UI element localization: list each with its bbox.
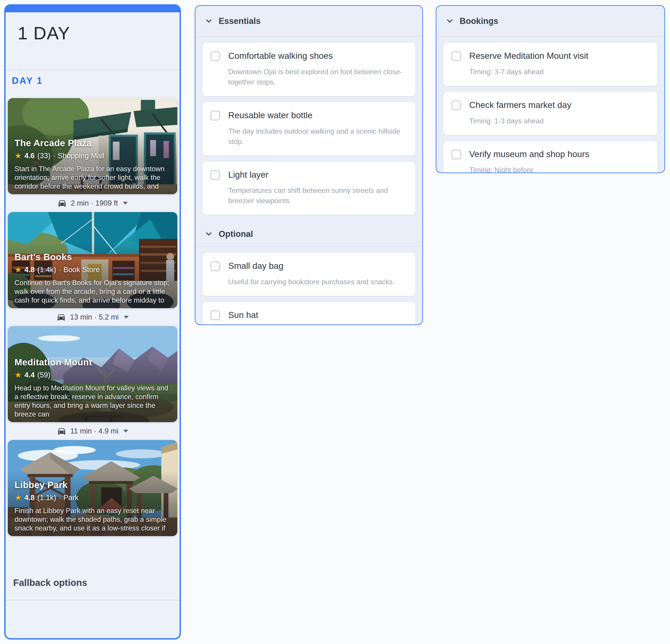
stop-category: · Book Store <box>59 265 100 274</box>
stop-description: Finish at Libbey Park with an easy reset… <box>14 507 172 533</box>
bookings-panel: Bookings Reserve Meditation Mount visit … <box>436 5 665 173</box>
checklist-item: Comfortable walking shoes Downtown Ojai … <box>202 43 415 96</box>
divider <box>5 600 179 601</box>
rating-value: 4.8 <box>24 265 35 274</box>
stop-name: Bart's Books <box>14 252 172 262</box>
item-title: Verify museum and shop hours <box>469 149 589 160</box>
item-note: Useful for carrying bookstore purchases … <box>228 277 407 287</box>
item-checkbox[interactable] <box>451 149 461 159</box>
item-note: The day includes outdoor walking and a s… <box>228 126 407 147</box>
item-checkbox[interactable] <box>210 170 220 180</box>
section-header-optional[interactable]: Optional <box>196 222 422 246</box>
item-checkbox[interactable] <box>210 51 220 61</box>
rating-value: 4.8 <box>24 494 35 502</box>
review-count: (59) <box>37 371 51 379</box>
item-checkbox[interactable] <box>451 51 461 61</box>
stop-description: Start in The Arcade Plaza for an easy do… <box>14 165 172 190</box>
itinerary-panel: 1 DAY DAY 1 <box>4 4 181 640</box>
review-count: (1.4k) <box>37 265 56 274</box>
stop-category: · Shopping Mall <box>53 152 104 160</box>
caret-down-icon <box>123 430 128 433</box>
car-icon <box>56 312 66 322</box>
stop-description: Continue to Bart's Books for Ojai's sign… <box>14 278 172 305</box>
stop-rating: ★ 4.4 (59) <box>14 371 172 379</box>
travel-leg[interactable]: 13 min · 5.2 mi <box>5 308 179 326</box>
item-checkbox[interactable] <box>210 311 220 320</box>
item-note: Temperatures can shift between sunny str… <box>228 185 407 206</box>
item-checkbox[interactable] <box>210 261 220 271</box>
item-title: Light layer <box>228 170 268 180</box>
item-title: Comfortable walking shoes <box>228 51 333 61</box>
star-icon: ★ <box>14 152 22 160</box>
booking-item: Reserve Meditation Mount visit Timing: 3… <box>443 43 657 86</box>
star-icon: ★ <box>14 371 22 379</box>
rating-value: 4.4 <box>24 371 35 379</box>
item-title: Sun hat <box>228 310 258 320</box>
bookings-items: Reserve Meditation Mount visit Timing: 3… <box>437 37 665 173</box>
chevron-down-icon <box>445 16 454 25</box>
star-icon: ★ <box>14 266 22 274</box>
stop-rating: ★ 4.6 (33) · Shopping Mall <box>14 152 172 160</box>
checklist-item: Sun hat Helpful on open paths and bright… <box>202 302 415 325</box>
item-title: Reusable water bottle <box>228 110 312 121</box>
review-count: (1.1k) <box>37 494 56 502</box>
item-note: Downtown Ojai is best explored on foot b… <box>228 67 407 87</box>
stop-name: Libbey Park <box>14 480 172 490</box>
stop-rating: ★ 4.8 (1.4k) · Book Store <box>14 265 172 274</box>
booking-item: Verify museum and shop hours Timing: Nig… <box>443 141 657 173</box>
stop-category: · Park <box>59 494 79 502</box>
section-title: Essentials <box>219 16 260 26</box>
item-timing: Timing: Night before <box>469 165 649 173</box>
stop-card-meditation-mount[interactable]: Meditation Mount ★ 4.4 (59) Head up to M… <box>8 326 177 422</box>
checklist-item: Small day bag Useful for carrying bookst… <box>202 253 415 296</box>
section-header-essentials[interactable]: Essentials <box>196 6 422 36</box>
itinerary-accent-bar <box>5 5 179 12</box>
section-title: Bookings <box>460 16 498 26</box>
checklist-panel: Essentials Comfortable walking shoes Dow… <box>195 5 423 325</box>
chevron-down-icon <box>204 229 213 238</box>
essentials-items: Comfortable walking shoes Downtown Ojai … <box>196 37 422 222</box>
booking-item: Check farmers market day Timing: 1-3 day… <box>443 92 657 135</box>
item-title: Small day bag <box>228 261 283 271</box>
caret-down-icon <box>124 316 129 319</box>
stop-card-libbey-park[interactable]: Libbey Park ★ 4.8 (1.1k) · Park Finish a… <box>8 440 177 536</box>
stop-card-barts-books[interactable]: Bart's Books ★ 4.8 (1.4k) · Book Store C… <box>8 212 177 308</box>
car-icon <box>57 426 66 436</box>
caret-down-icon <box>123 202 128 205</box>
section-title: Optional <box>219 229 253 239</box>
stop-card-arcade-plaza[interactable]: The Arcade Plaza ★ 4.6 (33) · Shopping M… <box>8 98 177 194</box>
itinerary-header: 1 DAY <box>5 12 179 70</box>
stop-overlay: Libbey Park ★ 4.8 (1.1k) · Park Finish a… <box>14 480 172 533</box>
item-checkbox[interactable] <box>210 110 220 120</box>
optional-items: Small day bag Useful for carrying bookst… <box>196 247 422 325</box>
stop-name: The Arcade Plaza <box>14 138 172 148</box>
star-icon: ★ <box>14 494 22 502</box>
stop-name: Meditation Mount <box>14 357 172 368</box>
stop-overlay: Meditation Mount ★ 4.4 (59) Head up to M… <box>14 357 172 419</box>
day-label: DAY 1 <box>12 75 179 86</box>
itinerary-title: 1 DAY <box>18 23 179 43</box>
item-title: Check farmers market day <box>469 100 571 110</box>
travel-leg[interactable]: 11 min · 4.9 mi <box>5 422 179 440</box>
item-title: Reserve Meditation Mount visit <box>469 51 588 61</box>
travel-leg-label: 11 min · 4.9 mi <box>70 427 119 435</box>
travel-leg[interactable]: 2 min · 1909 ft <box>5 194 179 212</box>
section-header-bookings[interactable]: Bookings <box>437 6 665 36</box>
stop-description: Head up to Meditation Mount for valley v… <box>14 384 172 419</box>
travel-leg-label: 2 min · 1909 ft <box>71 199 118 207</box>
stop-rating: ★ 4.8 (1.1k) · Park <box>14 494 172 502</box>
stop-overlay: The Arcade Plaza ★ 4.6 (33) · Shopping M… <box>14 138 172 190</box>
stop-overlay: Bart's Books ★ 4.8 (1.4k) · Book Store C… <box>14 252 172 305</box>
car-icon <box>57 198 67 208</box>
item-timing: Timing: 1-3 days ahead <box>469 116 649 126</box>
item-timing: Timing: 3-7 days ahead <box>469 67 649 77</box>
item-checkbox[interactable] <box>451 100 461 110</box>
travel-leg-label: 13 min · 5.2 mi <box>70 313 119 321</box>
checklist-item: Light layer Temperatures can shift betwe… <box>202 161 415 215</box>
fallback-options-heading: Fallback options <box>13 577 179 588</box>
rating-value: 4.6 <box>24 152 35 160</box>
checklist-item: Reusable water bottle The day includes o… <box>202 102 415 156</box>
chevron-down-icon <box>204 16 213 25</box>
review-count: (33) <box>37 152 51 160</box>
